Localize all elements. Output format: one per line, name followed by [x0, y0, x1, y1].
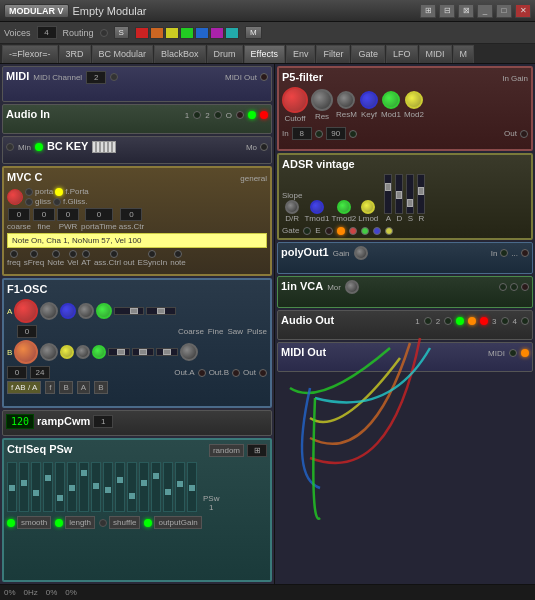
maximize-button[interactable]: □	[496, 4, 512, 18]
f1osc-val-0-b[interactable]: 0	[7, 366, 27, 379]
seq-outgain-btn[interactable]: outputGain	[154, 516, 201, 529]
audio-in-port-o[interactable]	[236, 111, 244, 119]
linvca-in-port[interactable]	[499, 283, 507, 291]
f1osc-b-btn[interactable]: B	[59, 381, 72, 394]
f1osc-mod-a[interactable]	[96, 303, 112, 319]
adsr-tmod1-knob[interactable]	[310, 200, 324, 214]
adsr-lmod-knob[interactable]	[361, 200, 375, 214]
tab-m[interactable]: M	[453, 45, 475, 63]
ctrl-seq-random-btn[interactable]: random	[209, 444, 244, 457]
seq-slider-14[interactable]	[163, 462, 173, 512]
seq-slider-12[interactable]	[139, 462, 149, 512]
f1osc-pulse-a[interactable]	[146, 307, 176, 315]
seq-shuffle-btn[interactable]: shuffle	[109, 516, 140, 529]
tab-env[interactable]: Env	[286, 45, 316, 63]
color-yellow[interactable]	[165, 27, 179, 39]
f1osc-fab-btn[interactable]: f AB / A	[7, 381, 41, 394]
tab-effects[interactable]: Effects	[244, 45, 285, 63]
f1osc-mod-b[interactable]	[92, 345, 106, 359]
seq-slider-9[interactable]	[103, 462, 113, 512]
f1osc-port-b[interactable]	[232, 369, 240, 377]
tab-gate[interactable]: Gate	[351, 45, 385, 63]
f1osc-port-out[interactable]	[259, 369, 267, 377]
mvcc-assctr-val[interactable]: 0	[120, 208, 142, 221]
f1osc-port-a[interactable]	[198, 369, 206, 377]
p5-res-knob[interactable]	[311, 89, 333, 111]
audio-out-in-1[interactable]	[424, 317, 432, 325]
adsr-port-blue[interactable]	[373, 227, 381, 235]
layout-btn-1[interactable]: ⊞	[420, 4, 436, 18]
seq-slider-10[interactable]	[115, 462, 125, 512]
linvca-out-port[interactable]	[521, 283, 529, 291]
adsr-fader-r[interactable]	[417, 174, 425, 214]
audio-out-in-2[interactable]	[444, 317, 452, 325]
audio-in-port-2[interactable]	[214, 111, 222, 119]
f1osc-pwm-b[interactable]	[76, 345, 90, 359]
mvcc-port-note[interactable]	[52, 250, 60, 258]
p5-out-port[interactable]	[520, 130, 528, 138]
f1osc-b2-btn[interactable]: B	[94, 381, 107, 394]
midi-channel-value[interactable]: 2	[86, 71, 106, 84]
f1osc-f-btn[interactable]: f	[45, 381, 55, 394]
p5-mod1-knob[interactable]	[382, 91, 400, 109]
mvcc-port-sfreq[interactable]	[30, 250, 38, 258]
f1osc-sync-a[interactable]	[60, 303, 76, 319]
tab-filter[interactable]: Filter	[316, 45, 350, 63]
audio-out-in-3[interactable]	[501, 317, 509, 325]
f1osc-val-0-a[interactable]: 0	[17, 325, 37, 338]
color-orange[interactable]	[150, 27, 164, 39]
polyout-in-port[interactable]	[500, 249, 508, 257]
f1osc-kysd-b[interactable]	[60, 345, 74, 359]
f1osc-coarse-b[interactable]	[14, 340, 38, 364]
adsr-slope-knob[interactable]	[285, 200, 299, 214]
color-purple[interactable]	[210, 27, 224, 39]
adsr-fader-s[interactable]	[406, 174, 414, 214]
tab-bc-modular[interactable]: BC Modular	[92, 45, 154, 63]
adsr-port-green[interactable]	[361, 227, 369, 235]
adsr-e-port[interactable]	[325, 227, 333, 235]
linvca-mod-port[interactable]	[510, 283, 518, 291]
f1osc-val-24[interactable]: 24	[30, 366, 50, 379]
seq-slider-3[interactable]	[31, 462, 41, 512]
polyout-out-port[interactable]	[521, 249, 529, 257]
seq-slider-6[interactable]	[67, 462, 77, 512]
seq-slider-8[interactable]	[91, 462, 101, 512]
p5-res-port[interactable]	[349, 130, 357, 138]
p5-mod2-knob[interactable]	[405, 91, 423, 109]
seq-slider-7[interactable]	[79, 462, 89, 512]
mvcc-portatime-val[interactable]: 0	[85, 208, 113, 221]
tab-flexor[interactable]: -=Flexor=-	[2, 45, 58, 63]
audio-out-in-4[interactable]	[521, 317, 529, 325]
seq-slider-16[interactable]	[187, 462, 197, 512]
f1osc-xfade[interactable]	[180, 343, 198, 361]
mvcc-port-assctrl[interactable]	[110, 250, 118, 258]
seq-slider-11[interactable]	[127, 462, 137, 512]
bckey-port[interactable]	[260, 143, 268, 151]
ramp-val[interactable]: 1	[93, 415, 113, 428]
polyout-gain-knob[interactable]	[354, 246, 368, 260]
seq-slider-4[interactable]	[43, 462, 53, 512]
f1osc-fine-b[interactable]	[40, 343, 58, 361]
tab-drum[interactable]: Drum	[207, 45, 243, 63]
f1osc-pulse-b[interactable]	[132, 348, 154, 356]
f1osc-fine-a[interactable]	[40, 302, 58, 320]
p5-keyf-knob[interactable]	[360, 91, 378, 109]
audio-in-port-1[interactable]	[193, 111, 201, 119]
minimize-button[interactable]: _	[477, 4, 493, 18]
seq-slider-5[interactable]	[55, 462, 65, 512]
midi-out-port[interactable]	[260, 73, 268, 81]
color-green[interactable]	[180, 27, 194, 39]
adsr-gate-port[interactable]	[303, 227, 311, 235]
linvca-knob[interactable]	[345, 280, 359, 294]
f1osc-coarse-a[interactable]	[14, 299, 38, 323]
close-button[interactable]: ✕	[515, 4, 531, 18]
mvcc-coarse-val[interactable]: 0	[8, 208, 30, 221]
adsr-port-red[interactable]	[349, 227, 357, 235]
mvcc-pwr-val[interactable]: 0	[57, 208, 79, 221]
layout-btn-2[interactable]: ⊟	[439, 4, 455, 18]
color-blue[interactable]	[195, 27, 209, 39]
mvcc-port-note2[interactable]	[174, 250, 182, 258]
seq-slider-13[interactable]	[151, 462, 161, 512]
voices-value[interactable]: 4	[37, 26, 57, 39]
f1osc-a2-btn[interactable]: A	[77, 381, 90, 394]
